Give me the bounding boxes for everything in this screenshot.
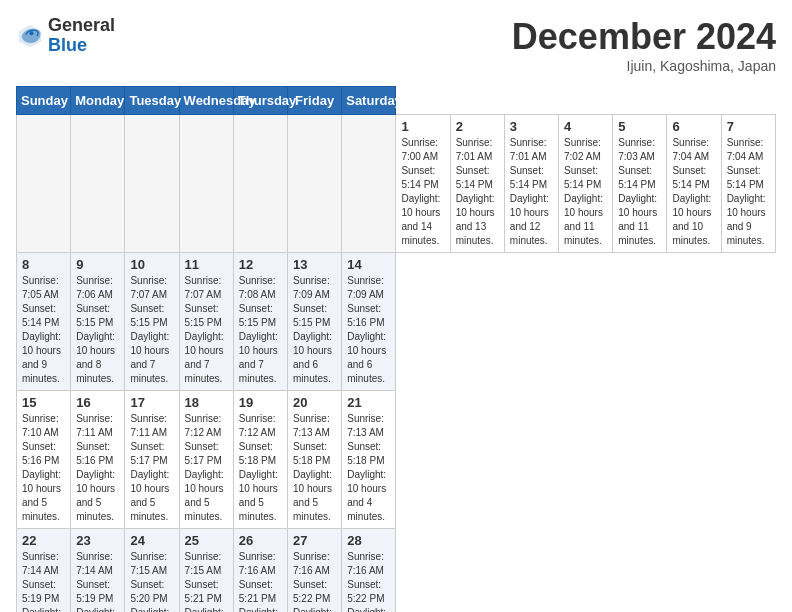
- header-wednesday: Wednesday: [179, 87, 233, 115]
- calendar-cell: [125, 115, 179, 253]
- day-number: 6: [672, 119, 715, 134]
- day-info: Sunrise: 7:01 AMSunset: 5:14 PMDaylight:…: [510, 137, 549, 246]
- day-info: Sunrise: 7:14 AMSunset: 5:19 PMDaylight:…: [22, 551, 61, 612]
- day-number: 19: [239, 395, 282, 410]
- calendar-cell: 10Sunrise: 7:07 AMSunset: 5:15 PMDayligh…: [125, 253, 179, 391]
- calendar-cell: 7Sunrise: 7:04 AMSunset: 5:14 PMDaylight…: [721, 115, 775, 253]
- svg-point-1: [29, 31, 33, 35]
- logo-text: General Blue: [48, 16, 115, 56]
- day-number: 10: [130, 257, 173, 272]
- header-sunday: Sunday: [17, 87, 71, 115]
- calendar-cell: 11Sunrise: 7:07 AMSunset: 5:15 PMDayligh…: [179, 253, 233, 391]
- day-number: 15: [22, 395, 65, 410]
- day-info: Sunrise: 7:15 AMSunset: 5:21 PMDaylight:…: [185, 551, 224, 612]
- calendar-cell: 12Sunrise: 7:08 AMSunset: 5:15 PMDayligh…: [233, 253, 287, 391]
- calendar-cell: 16Sunrise: 7:11 AMSunset: 5:16 PMDayligh…: [71, 391, 125, 529]
- day-number: 23: [76, 533, 119, 548]
- day-number: 11: [185, 257, 228, 272]
- day-info: Sunrise: 7:16 AMSunset: 5:21 PMDaylight:…: [239, 551, 278, 612]
- calendar-cell: 1Sunrise: 7:00 AMSunset: 5:14 PMDaylight…: [396, 115, 450, 253]
- calendar-week-row: 15Sunrise: 7:10 AMSunset: 5:16 PMDayligh…: [17, 391, 776, 529]
- day-info: Sunrise: 7:01 AMSunset: 5:14 PMDaylight:…: [456, 137, 495, 246]
- calendar-cell: 26Sunrise: 7:16 AMSunset: 5:21 PMDayligh…: [233, 529, 287, 613]
- calendar-cell: 3Sunrise: 7:01 AMSunset: 5:14 PMDaylight…: [504, 115, 558, 253]
- calendar-cell: 9Sunrise: 7:06 AMSunset: 5:15 PMDaylight…: [71, 253, 125, 391]
- day-info: Sunrise: 7:16 AMSunset: 5:22 PMDaylight:…: [293, 551, 332, 612]
- day-info: Sunrise: 7:00 AMSunset: 5:14 PMDaylight:…: [401, 137, 440, 246]
- calendar-cell: 6Sunrise: 7:04 AMSunset: 5:14 PMDaylight…: [667, 115, 721, 253]
- calendar-cell: 23Sunrise: 7:14 AMSunset: 5:19 PMDayligh…: [71, 529, 125, 613]
- location-subtitle: Ijuin, Kagoshima, Japan: [512, 58, 776, 74]
- calendar-cell: 21Sunrise: 7:13 AMSunset: 5:18 PMDayligh…: [342, 391, 396, 529]
- calendar-cell: 14Sunrise: 7:09 AMSunset: 5:16 PMDayligh…: [342, 253, 396, 391]
- day-number: 1: [401, 119, 444, 134]
- calendar-cell: 8Sunrise: 7:05 AMSunset: 5:14 PMDaylight…: [17, 253, 71, 391]
- logo: General Blue: [16, 16, 115, 56]
- day-info: Sunrise: 7:03 AMSunset: 5:14 PMDaylight:…: [618, 137, 657, 246]
- day-info: Sunrise: 7:09 AMSunset: 5:15 PMDaylight:…: [293, 275, 332, 384]
- day-number: 8: [22, 257, 65, 272]
- day-number: 12: [239, 257, 282, 272]
- calendar-cell: 25Sunrise: 7:15 AMSunset: 5:21 PMDayligh…: [179, 529, 233, 613]
- calendar-header-row: SundayMondayTuesdayWednesdayThursdayFrid…: [17, 87, 776, 115]
- calendar-cell: 24Sunrise: 7:15 AMSunset: 5:20 PMDayligh…: [125, 529, 179, 613]
- calendar-cell: [288, 115, 342, 253]
- header-monday: Monday: [71, 87, 125, 115]
- day-number: 20: [293, 395, 336, 410]
- day-info: Sunrise: 7:04 AMSunset: 5:14 PMDaylight:…: [672, 137, 711, 246]
- calendar-week-row: 22Sunrise: 7:14 AMSunset: 5:19 PMDayligh…: [17, 529, 776, 613]
- day-info: Sunrise: 7:12 AMSunset: 5:17 PMDaylight:…: [185, 413, 224, 522]
- header-thursday: Thursday: [233, 87, 287, 115]
- header-tuesday: Tuesday: [125, 87, 179, 115]
- logo-icon: [16, 22, 44, 50]
- header-saturday: Saturday: [342, 87, 396, 115]
- day-number: 7: [727, 119, 770, 134]
- day-info: Sunrise: 7:07 AMSunset: 5:15 PMDaylight:…: [185, 275, 224, 384]
- day-number: 26: [239, 533, 282, 548]
- day-info: Sunrise: 7:10 AMSunset: 5:16 PMDaylight:…: [22, 413, 61, 522]
- day-number: 2: [456, 119, 499, 134]
- day-number: 17: [130, 395, 173, 410]
- calendar-cell: 5Sunrise: 7:03 AMSunset: 5:14 PMDaylight…: [613, 115, 667, 253]
- calendar-cell: 18Sunrise: 7:12 AMSunset: 5:17 PMDayligh…: [179, 391, 233, 529]
- day-info: Sunrise: 7:14 AMSunset: 5:19 PMDaylight:…: [76, 551, 115, 612]
- day-number: 22: [22, 533, 65, 548]
- calendar-week-row: 1Sunrise: 7:00 AMSunset: 5:14 PMDaylight…: [17, 115, 776, 253]
- day-number: 14: [347, 257, 390, 272]
- day-number: 5: [618, 119, 661, 134]
- calendar-cell: 22Sunrise: 7:14 AMSunset: 5:19 PMDayligh…: [17, 529, 71, 613]
- day-info: Sunrise: 7:09 AMSunset: 5:16 PMDaylight:…: [347, 275, 386, 384]
- day-info: Sunrise: 7:11 AMSunset: 5:17 PMDaylight:…: [130, 413, 169, 522]
- day-info: Sunrise: 7:04 AMSunset: 5:14 PMDaylight:…: [727, 137, 766, 246]
- calendar-cell: 17Sunrise: 7:11 AMSunset: 5:17 PMDayligh…: [125, 391, 179, 529]
- day-number: 3: [510, 119, 553, 134]
- calendar-cell: 2Sunrise: 7:01 AMSunset: 5:14 PMDaylight…: [450, 115, 504, 253]
- day-number: 28: [347, 533, 390, 548]
- calendar-cell: 28Sunrise: 7:16 AMSunset: 5:22 PMDayligh…: [342, 529, 396, 613]
- calendar-cell: [71, 115, 125, 253]
- calendar-table: SundayMondayTuesdayWednesdayThursdayFrid…: [16, 86, 776, 612]
- calendar-cell: 15Sunrise: 7:10 AMSunset: 5:16 PMDayligh…: [17, 391, 71, 529]
- day-info: Sunrise: 7:07 AMSunset: 5:15 PMDaylight:…: [130, 275, 169, 384]
- day-info: Sunrise: 7:11 AMSunset: 5:16 PMDaylight:…: [76, 413, 115, 522]
- calendar-cell: [233, 115, 287, 253]
- calendar-cell: 19Sunrise: 7:12 AMSunset: 5:18 PMDayligh…: [233, 391, 287, 529]
- page-header: General Blue December 2024 Ijuin, Kagosh…: [16, 16, 776, 74]
- day-info: Sunrise: 7:12 AMSunset: 5:18 PMDaylight:…: [239, 413, 278, 522]
- day-number: 13: [293, 257, 336, 272]
- header-friday: Friday: [288, 87, 342, 115]
- day-info: Sunrise: 7:15 AMSunset: 5:20 PMDaylight:…: [130, 551, 169, 612]
- calendar-cell: [342, 115, 396, 253]
- day-number: 27: [293, 533, 336, 548]
- day-number: 21: [347, 395, 390, 410]
- calendar-cell: 20Sunrise: 7:13 AMSunset: 5:18 PMDayligh…: [288, 391, 342, 529]
- calendar-week-row: 8Sunrise: 7:05 AMSunset: 5:14 PMDaylight…: [17, 253, 776, 391]
- day-info: Sunrise: 7:05 AMSunset: 5:14 PMDaylight:…: [22, 275, 61, 384]
- day-info: Sunrise: 7:16 AMSunset: 5:22 PMDaylight:…: [347, 551, 386, 612]
- day-number: 16: [76, 395, 119, 410]
- day-number: 4: [564, 119, 607, 134]
- calendar-cell: 13Sunrise: 7:09 AMSunset: 5:15 PMDayligh…: [288, 253, 342, 391]
- day-number: 18: [185, 395, 228, 410]
- day-info: Sunrise: 7:13 AMSunset: 5:18 PMDaylight:…: [293, 413, 332, 522]
- day-info: Sunrise: 7:13 AMSunset: 5:18 PMDaylight:…: [347, 413, 386, 522]
